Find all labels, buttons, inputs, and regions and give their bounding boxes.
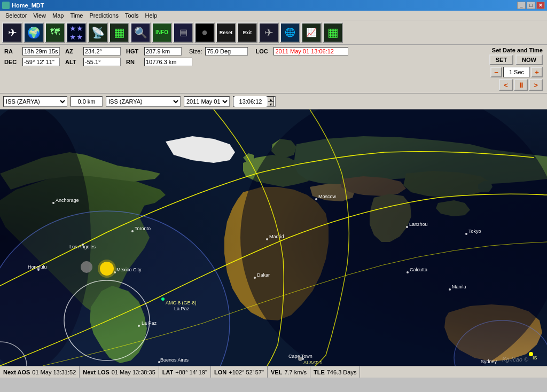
- pause-button[interactable]: ⏸: [514, 79, 528, 91]
- grid2-button[interactable]: ▦: [323, 22, 343, 43]
- ra-value: 18h 29m 15s: [22, 47, 60, 56]
- ra-label: RA: [4, 48, 19, 54]
- menu-tools[interactable]: Tools: [122, 11, 142, 20]
- size-value: 75.0 Deg: [205, 47, 248, 56]
- satellite-button[interactable]: ✈: [2, 22, 22, 43]
- window-controls: _ □ ✕: [517, 2, 545, 9]
- set-datetime-label: Set Date and Time: [492, 47, 543, 53]
- tle-cell: TLE 746.3 Days: [310, 366, 360, 378]
- map-button[interactable]: 🗺: [45, 22, 65, 43]
- display-button[interactable]: ▤: [173, 22, 193, 43]
- next-aos-cell: Next AOS 01 May 13:31:52: [0, 366, 80, 378]
- prev-button[interactable]: <: [499, 79, 513, 91]
- az-label: AZ: [65, 48, 80, 54]
- lat-value: +88° 14' 19": [175, 369, 207, 375]
- globe-button[interactable]: 🌍: [24, 22, 44, 43]
- vel-label: VEL: [271, 369, 282, 375]
- statusbar: Next AOS 01 May 13:31:52 Next LOS 01 May…: [0, 366, 547, 378]
- step-value: 1 Sec: [503, 67, 530, 77]
- sat2-button[interactable]: ✈: [259, 22, 279, 43]
- lat-label: LAT: [162, 369, 174, 375]
- map-area[interactable]: Anchorage Los Angeles Honolulu Mexico Ci…: [0, 109, 547, 366]
- exit-button[interactable]: Exit: [237, 22, 257, 43]
- menu-selector[interactable]: Selector: [2, 11, 30, 20]
- time-down-button[interactable]: ▼: [268, 101, 274, 106]
- dec-value: -59° 12' 11": [22, 58, 60, 66]
- hgt-label: HGT: [126, 48, 141, 54]
- next-button[interactable]: >: [529, 79, 543, 91]
- hgt-value: 287.9 km: [144, 47, 182, 56]
- menu-predictions[interactable]: Predictions: [86, 11, 121, 20]
- tle-label: TLE: [314, 369, 325, 375]
- chart-button[interactable]: 📈: [301, 22, 322, 43]
- stars-button[interactable]: ★★★★: [66, 22, 87, 43]
- menu-view[interactable]: View: [30, 11, 49, 20]
- satellite1-select[interactable]: ISS (ZARYA): [3, 96, 67, 107]
- infopanel: RA 18h 29m 15s AZ 234.2° HGT 287.9 km Si…: [0, 45, 547, 93]
- time-input[interactable]: [235, 96, 267, 107]
- az-value: 234.2°: [83, 47, 121, 56]
- alt-value: -55.1°: [83, 58, 121, 66]
- globe2-button[interactable]: 🌐: [280, 22, 300, 43]
- next-los-label: Next LOS: [83, 369, 110, 375]
- now-button[interactable]: NOW: [515, 54, 543, 65]
- next-aos-label: Next AOS: [3, 369, 30, 375]
- lon-value: +102° 52' 57": [229, 369, 264, 375]
- next-aos-value: 01 May 13:31:52: [32, 369, 76, 375]
- info-button[interactable]: INFO: [152, 22, 172, 43]
- time-up-button[interactable]: ▲: [268, 97, 274, 101]
- alt-label: ALT: [65, 59, 80, 65]
- vel-cell: VEL 7.7 km/s: [268, 366, 310, 378]
- lon-label: LON: [214, 369, 226, 375]
- loc-label: LOC: [255, 48, 270, 54]
- zoom-button[interactable]: 🔍: [130, 22, 151, 43]
- date-select[interactable]: 2011 May 01: [184, 96, 230, 107]
- loc-value: 2011 May 01 13:06:12: [274, 47, 348, 56]
- toolbar: ✈ 🌍 🗺 ★★★★ 📡 ▦ 🔍 INFO ▤ ● Reset Exit ✈ 🌐…: [0, 20, 547, 45]
- size-label: Size:: [189, 48, 202, 54]
- next-los-cell: Next LOS 01 May 13:38:35: [80, 366, 159, 378]
- plus-button[interactable]: +: [531, 67, 543, 77]
- satellite2-select[interactable]: ISS (ZARYA): [106, 96, 181, 107]
- titlebar: Home_MDT _ □ ✕: [0, 0, 547, 11]
- menubar: Selector View Map Time Predictions Tools…: [0, 11, 547, 20]
- objectrow: ISS (ZARYA) ISS (ZARYA) 2011 May 01 ▲ ▼: [0, 93, 547, 109]
- menu-help[interactable]: Help: [142, 11, 161, 20]
- dec-label: DEC: [4, 59, 19, 65]
- lat-cell: LAT +88° 14' 19": [159, 366, 211, 378]
- grid-button[interactable]: ▦: [109, 22, 129, 43]
- maximize-button[interactable]: □: [527, 2, 535, 9]
- menu-time[interactable]: Time: [67, 11, 86, 20]
- set-button[interactable]: SET: [489, 54, 513, 65]
- reset-button[interactable]: Reset: [216, 22, 236, 43]
- minus-button[interactable]: −: [490, 67, 502, 77]
- distance-input[interactable]: [71, 96, 103, 107]
- minimize-button[interactable]: _: [517, 2, 526, 9]
- app-icon: [2, 2, 10, 9]
- antenna-button[interactable]: 📡: [88, 22, 108, 43]
- vel-value: 7.7 km/s: [284, 369, 307, 375]
- window-title: Home_MDT: [12, 2, 517, 9]
- menu-map[interactable]: Map: [49, 11, 67, 20]
- close-button[interactable]: ✕: [536, 2, 545, 9]
- planet-button[interactable]: ●: [194, 22, 215, 43]
- earth-background: [0, 109, 547, 366]
- rn-value: 10776.3 km: [144, 58, 192, 66]
- lon-cell: LON +102° 52' 57": [211, 366, 268, 378]
- tle-value: 746.3 Days: [327, 369, 357, 375]
- rn-label: RN: [126, 59, 141, 65]
- next-los-value: 01 May 13:38:35: [112, 369, 155, 375]
